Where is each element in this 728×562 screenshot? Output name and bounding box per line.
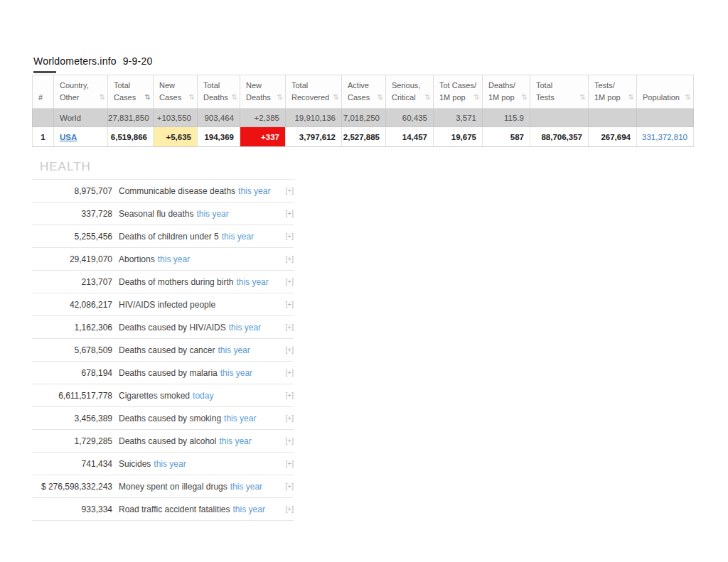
counter-value: 3,456,389	[32, 414, 112, 423]
col-header-total-recovered[interactable]: Total Recovered ⇅	[286, 75, 342, 109]
this-year-link[interactable]: this year	[218, 345, 250, 355]
counter-label: Cigarettes smoked	[119, 391, 190, 401]
counter-value: 8,975,707	[32, 186, 112, 196]
today-link[interactable]: today	[193, 391, 213, 401]
expand-icon[interactable]: [+]	[278, 301, 294, 308]
this-year-link[interactable]: this year	[238, 186, 270, 196]
row-index: 1	[33, 127, 54, 147]
this-year-link[interactable]: this year	[236, 277, 268, 287]
sort-icon[interactable]: ⇅	[100, 92, 105, 102]
this-year-link[interactable]: this year	[224, 414, 256, 423]
counter-value: 1,162,306	[32, 323, 112, 333]
expand-icon[interactable]: [+]	[278, 482, 294, 490]
covid-stats-table: # Country, Other ⇅ Total Cases ⇅ New Cas…	[32, 75, 694, 147]
health-row-suicides: 741,434 Suicidesthis year [+]	[32, 453, 294, 475]
expand-icon[interactable]: [+]	[278, 255, 294, 263]
total-cases-value: 27,831,850	[108, 109, 154, 127]
health-row-deaths-alcohol: 1,729,285 Deaths caused by alcoholthis y…	[32, 430, 294, 453]
sort-icon[interactable]: ⇅	[685, 92, 691, 102]
counter-label: Communicable disease deaths	[119, 186, 235, 196]
health-row-communicable-disease-deaths: 8,975,707 Communicable disease deathsthi…	[32, 180, 294, 202]
this-year-link[interactable]: this year	[220, 368, 252, 378]
col-header-total-deaths[interactable]: Total Deaths ⇅	[198, 75, 240, 109]
expand-icon[interactable]: [+]	[278, 346, 294, 354]
health-row-deaths-mothers-birth: 213,707 Deaths of mothers during birthth…	[32, 271, 294, 293]
sort-icon[interactable]: ⇅	[628, 92, 634, 102]
expand-icon[interactable]: [+]	[278, 278, 294, 286]
col-header-serious-critical[interactable]: Serious, Critical ⇅	[386, 75, 434, 109]
counter-value: $ 276,598,332,243	[32, 482, 112, 492]
sort-icon[interactable]: ⇅	[522, 92, 528, 102]
expand-icon[interactable]: [+]	[278, 460, 294, 468]
expand-icon[interactable]: [+]	[278, 323, 294, 331]
serious-critical-value: 14,457	[386, 127, 434, 147]
health-row-cigarettes-smoked: 6,611,517,778 Cigarettes smokedtoday [+]	[32, 384, 294, 407]
sort-icon[interactable]: ⇅	[277, 92, 283, 102]
deaths-per-1m-value: 115.9	[483, 109, 530, 127]
this-year-link[interactable]: this year	[219, 436, 251, 446]
counter-value: 741,434	[32, 459, 112, 469]
counter-label: Deaths caused by HIV/AIDS	[119, 323, 226, 333]
health-row-money-illegal-drugs: $ 276,598,332,243 Money spent on illegal…	[32, 475, 294, 498]
new-cases-value: +103,550	[154, 109, 198, 127]
health-row-road-traffic-fatalities: 933,334 Road traffic accident fatalities…	[32, 498, 294, 521]
this-year-link[interactable]: this year	[233, 504, 265, 514]
this-year-link[interactable]: this year	[222, 232, 254, 242]
tab-indicator-line	[33, 71, 56, 73]
new-deaths-value: +337	[240, 127, 286, 147]
this-year-link[interactable]: this year	[158, 254, 190, 264]
expand-icon[interactable]: [+]	[278, 187, 294, 195]
total-tests-value	[530, 109, 589, 127]
sort-icon[interactable]: ⇅	[474, 92, 480, 102]
sort-icon[interactable]: ⇅	[333, 92, 339, 102]
this-year-link[interactable]: this year	[196, 209, 228, 219]
col-header-deaths-per-1m[interactable]: Deaths/ 1M pop ⇅	[483, 75, 530, 109]
total-deaths-value: 194,369	[198, 127, 240, 147]
health-row-deaths-cancer: 5,678,509 Deaths caused by cancerthis ye…	[32, 339, 294, 362]
expand-icon[interactable]: [+]	[278, 391, 294, 399]
counter-value: 5,678,509	[32, 345, 112, 355]
counter-value: 6,611,517,778	[32, 391, 112, 401]
expand-icon[interactable]: [+]	[278, 369, 294, 377]
expand-icon[interactable]: [+]	[278, 210, 294, 217]
cases-per-1m-value: 3,571	[434, 109, 483, 127]
col-header-tests-per-1m[interactable]: Tests/ 1M pop ⇅	[589, 75, 637, 109]
col-header-cases-per-1m[interactable]: Tot Cases/ 1M pop ⇅	[434, 75, 483, 109]
counter-label: Deaths caused by alcohol	[119, 436, 216, 446]
this-year-link[interactable]: this year	[230, 482, 262, 492]
sort-icon[interactable]: ⇅	[189, 92, 195, 102]
sort-icon[interactable]: ⇅	[378, 92, 383, 102]
this-year-link[interactable]: this year	[229, 323, 261, 333]
col-header-total-cases[interactable]: Total Cases ⇅	[108, 75, 154, 109]
expand-icon[interactable]: [+]	[278, 437, 294, 445]
table-header-row: # Country, Other ⇅ Total Cases ⇅ New Cas…	[33, 75, 694, 109]
usa-country-link[interactable]: USA	[60, 133, 77, 141]
snapshot-date: 9-9-20	[123, 55, 153, 67]
page-title: Worldometers.info9-9-20	[33, 55, 152, 67]
sort-icon[interactable]: ⇅	[580, 92, 586, 102]
col-header-active-cases[interactable]: Active Cases ⇅	[342, 75, 386, 109]
sort-desc-icon[interactable]: ⇅	[145, 92, 151, 102]
serious-critical-value: 60,435	[386, 109, 434, 127]
counter-value: 29,419,070	[32, 254, 112, 264]
sort-icon[interactable]: ⇅	[425, 92, 431, 102]
counter-value: 678,194	[32, 368, 112, 378]
sort-icon[interactable]: ⇅	[232, 92, 237, 102]
this-year-link[interactable]: this year	[154, 459, 186, 469]
expand-icon[interactable]: [+]	[278, 505, 294, 513]
col-header-new-cases[interactable]: New Cases ⇅	[154, 75, 198, 109]
new-cases-value: +5,635	[154, 127, 198, 147]
expand-icon[interactable]: [+]	[278, 414, 294, 422]
counter-label: HIV/AIDS infected people	[119, 300, 215, 310]
col-header-country[interactable]: Country, Other ⇅	[54, 75, 108, 109]
expand-icon[interactable]: [+]	[278, 232, 294, 240]
health-row-deaths-malaria: 678,194 Deaths caused by malariathis yea…	[32, 362, 294, 384]
col-header-total-tests[interactable]: Total Tests ⇅	[530, 75, 589, 109]
health-row-abortions: 29,419,070 Abortionsthis year [+]	[32, 248, 294, 271]
total-tests-value: 88,706,357	[530, 127, 589, 147]
usa-population-link[interactable]: 331,372,810	[642, 133, 687, 141]
col-header-new-deaths[interactable]: New Deaths ⇅	[240, 75, 286, 109]
counter-value: 42,086,217	[32, 300, 112, 310]
health-row-deaths-hiv-aids: 1,162,306 Deaths caused by HIV/AIDSthis …	[32, 316, 294, 339]
col-header-population[interactable]: Population ⇅	[637, 75, 694, 109]
